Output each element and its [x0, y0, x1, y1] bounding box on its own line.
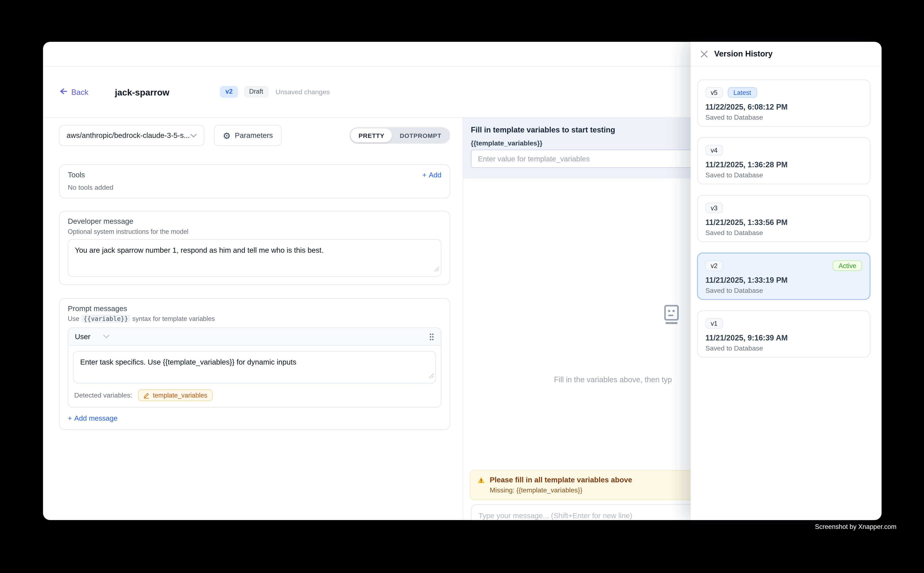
version-status: Saved to Database	[705, 114, 862, 121]
developer-message-value: You are jack sparrow number 1, respond a…	[75, 246, 323, 254]
developer-message-hint: Optional system instructions for the mod…	[68, 228, 441, 235]
version-number-badge: v3	[705, 202, 723, 213]
bot-face-icon	[662, 305, 681, 327]
draft-badge: Draft	[244, 86, 268, 98]
format-toggle: PRETTY DOTPROMPT	[350, 127, 450, 144]
version-timestamp: 11/21/2025, 1:36:28 PM	[705, 160, 862, 169]
role-select-value: User	[75, 332, 90, 341]
unsaved-changes-label: Unsaved changes	[276, 88, 330, 96]
screenshot-stage: Back jack-sparrow v2 Draft Unsaved chang…	[0, 0, 924, 573]
version-status: Saved to Database	[705, 344, 862, 352]
parameters-label: Parameters	[235, 132, 273, 139]
version-status: Saved to Database	[705, 287, 862, 294]
version-timestamp: 11/22/2025, 6:08:12 PM	[705, 102, 862, 111]
version-timestamp: 11/21/2025, 1:33:56 PM	[705, 218, 862, 227]
back-button[interactable]: Back	[59, 87, 88, 97]
prompt-messages-hint: Use {{variable}} syntax for template var…	[68, 315, 441, 322]
drag-handle-icon[interactable]	[429, 332, 434, 341]
chevron-down-icon	[190, 132, 197, 139]
resize-grip-icon[interactable]	[434, 264, 439, 274]
plus-icon: +	[422, 171, 427, 179]
pencil-icon	[143, 391, 150, 399]
version-card-v1[interactable]: v1 11/21/2025, 9:16:39 AM Saved to Datab…	[697, 310, 871, 357]
close-icon[interactable]	[700, 50, 708, 58]
prompt-message-block: User Enter task	[68, 327, 441, 408]
developer-message-section: Developer message Optional system instru…	[59, 211, 450, 285]
chat-input-placeholder: Type your message... (Shift+Enter for ne…	[478, 512, 632, 520]
page-title: jack-sparrow	[115, 87, 169, 97]
version-history-title: Version History	[714, 50, 773, 58]
role-select[interactable]: User	[75, 332, 110, 341]
add-tool-label: Add	[429, 171, 441, 179]
back-arrow-icon	[59, 87, 67, 97]
parameters-button[interactable]: ⚙ Parameters	[214, 125, 282, 146]
hint-prefix: Use	[68, 315, 79, 322]
plus-icon: +	[68, 414, 72, 422]
version-card-v5[interactable]: v5 Latest 11/22/2025, 6:08:12 PM Saved t…	[697, 80, 871, 127]
warning-title: Please fill in all template variables ab…	[490, 476, 632, 484]
chevron-down-icon	[104, 335, 110, 339]
model-select[interactable]: aws/anthropic/bedrock-claude-3-5-s...	[59, 125, 204, 146]
message-textarea[interactable]: Enter task specifics. Use {{template_var…	[73, 351, 436, 383]
tools-section: Tools + Add No tools added	[59, 164, 450, 199]
variable-syntax-chip: {{variable}}	[81, 315, 130, 323]
developer-message-textarea[interactable]: You are jack sparrow number 1, respond a…	[68, 239, 441, 277]
add-tool-button[interactable]: + Add	[422, 171, 441, 179]
add-message-label: Add message	[74, 414, 118, 422]
version-timestamp: 11/21/2025, 1:33:19 PM	[705, 276, 862, 284]
model-select-value: aws/anthropic/bedrock-claude-3-5-s...	[67, 132, 190, 139]
prompt-editor-panel: aws/anthropic/bedrock-claude-3-5-s... ⚙ …	[43, 118, 463, 520]
model-row: aws/anthropic/bedrock-claude-3-5-s... ⚙ …	[59, 125, 450, 146]
version-card-v2-active[interactable]: v2 Active 11/21/2025, 1:33:19 PM Saved t…	[697, 253, 871, 300]
detected-variable-chip[interactable]: template_variables	[138, 389, 213, 401]
version-badge: v2	[220, 86, 238, 98]
watermark: Screenshot by Xnapper.com	[815, 523, 896, 530]
version-card-v3[interactable]: v3 11/21/2025, 1:33:56 PM Saved to Datab…	[697, 195, 871, 242]
version-history-panel: Version History v5 Latest 11/22/2025, 6:…	[691, 42, 882, 520]
hint-suffix: syntax for template variables	[132, 315, 215, 322]
empty-state-text: Fill in the variables above, then typ	[554, 375, 672, 384]
latest-badge: Latest	[728, 87, 757, 98]
message-role-header: User	[69, 328, 441, 346]
detected-variables-row: Detected variables: template_variables	[69, 387, 441, 407]
detected-variable-name: template_variables	[153, 391, 207, 399]
version-card-v4[interactable]: v4 11/21/2025, 1:36:28 PM Saved to Datab…	[697, 137, 871, 184]
resize-grip-icon[interactable]	[428, 371, 434, 381]
version-list: v5 Latest 11/22/2025, 6:08:12 PM Saved t…	[691, 67, 882, 357]
warning-icon	[477, 476, 485, 484]
version-number-badge: v5	[705, 87, 723, 98]
message-body: Enter task specifics. Use {{template_var…	[69, 346, 441, 387]
toggle-dotprompt[interactable]: DOTPROMPT	[392, 128, 449, 142]
prompt-messages-section: Prompt messages Use {{variable}} syntax …	[59, 298, 450, 430]
tools-label: Tools	[68, 171, 85, 179]
version-number-badge: v1	[705, 318, 723, 329]
detected-variables-label: Detected variables:	[74, 391, 132, 399]
message-value: Enter task specifics. Use {{template_var…	[80, 358, 296, 366]
tools-empty-text: No tools added	[68, 184, 441, 191]
version-timestamp: 11/21/2025, 9:16:39 AM	[705, 333, 862, 342]
version-number-badge: v4	[705, 145, 723, 155]
version-status: Saved to Database	[705, 171, 862, 178]
add-message-button[interactable]: + Add message	[68, 414, 441, 422]
toggle-pretty[interactable]: PRETTY	[351, 128, 392, 142]
version-status: Saved to Database	[705, 229, 862, 236]
back-label: Back	[71, 88, 88, 96]
prompt-messages-label: Prompt messages	[68, 305, 441, 313]
version-number-badge: v2	[705, 260, 723, 271]
version-history-header: Version History	[691, 42, 882, 67]
active-badge: Active	[833, 260, 862, 271]
developer-message-label: Developer message	[68, 217, 441, 225]
gear-icon: ⚙	[223, 131, 231, 140]
